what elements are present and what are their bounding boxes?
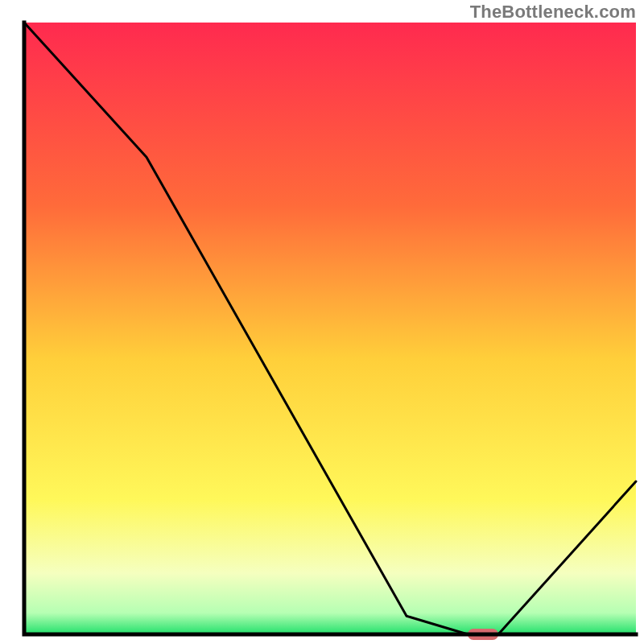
- chart-container: TheBottleneck.com: [0, 0, 644, 644]
- plot-background: [24, 23, 636, 634]
- bottleneck-chart: [0, 0, 644, 644]
